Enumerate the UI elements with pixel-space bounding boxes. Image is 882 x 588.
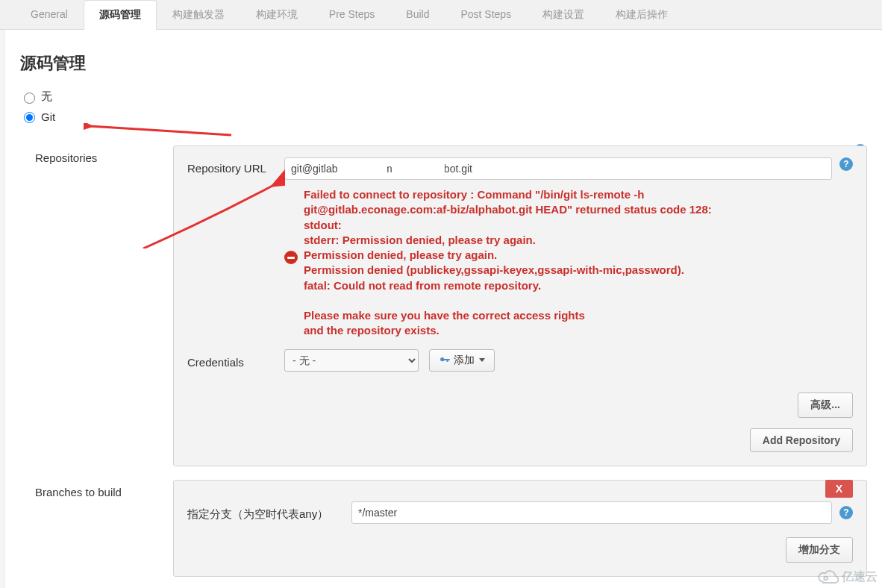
- scm-option-git[interactable]: Git: [20, 110, 867, 123]
- radio-git[interactable]: [24, 112, 35, 123]
- add-credentials-label: 添加: [454, 354, 475, 367]
- tab-triggers[interactable]: 构建触发器: [157, 0, 240, 29]
- scm-section: 源码管理 无 Git Repositories ? Repository URL: [4, 30, 882, 588]
- chevron-down-icon: [479, 358, 485, 362]
- help-icon[interactable]: ?: [839, 506, 853, 519]
- tab-env[interactable]: 构建环境: [240, 0, 313, 29]
- tab-presteps[interactable]: Pre Steps: [313, 0, 390, 29]
- redaction-mask: [413, 161, 445, 178]
- repo-url-error: Failed to connect to repository : Comman…: [284, 187, 853, 339]
- radio-none[interactable]: [24, 93, 35, 104]
- credentials-label: Credentials: [187, 351, 284, 369]
- tab-poststeps[interactable]: Post Steps: [445, 0, 527, 29]
- credentials-row: Credentials - 无 - 添加: [187, 349, 853, 372]
- delete-branch-button[interactable]: X: [825, 480, 853, 498]
- branch-spec-label: 指定分支（为空时代表any）: [187, 503, 351, 522]
- branch-spec-input[interactable]: [351, 501, 832, 524]
- branches-block: Branches to build X 指定分支（为空时代表any） ? 增加分…: [20, 480, 867, 577]
- radio-git-label: Git: [41, 110, 55, 123]
- section-title: 源码管理: [20, 52, 867, 75]
- error-icon: [284, 251, 298, 264]
- key-icon: [439, 354, 451, 366]
- repositories-label: Repositories: [20, 146, 166, 466]
- tab-settings[interactable]: 构建设置: [527, 0, 600, 29]
- repo-url-label: Repository URL: [187, 157, 284, 175]
- repositories-block: Repositories ? Repository URL ?: [20, 146, 867, 466]
- tab-postactions[interactable]: 构建后操作: [600, 0, 684, 29]
- advanced-button[interactable]: 高级...: [798, 392, 853, 418]
- repo-url-error-text: Failed to connect to repository : Comman…: [304, 187, 712, 339]
- repo-url-row: Repository URL ?: [187, 157, 853, 180]
- help-icon[interactable]: ?: [839, 157, 853, 171]
- svg-line-0: [90, 126, 231, 135]
- redaction-mask: [343, 161, 387, 178]
- config-tabs: General 源码管理 构建触发器 构建环境 Pre Steps Build …: [0, 0, 882, 30]
- scm-option-none[interactable]: 无: [20, 90, 867, 104]
- tab-scm[interactable]: 源码管理: [84, 0, 157, 30]
- branch-spec-row: 指定分支（为空时代表any） ?: [187, 501, 853, 524]
- tab-general[interactable]: General: [15, 0, 84, 29]
- radio-none-label: 无: [41, 90, 52, 104]
- add-branch-button[interactable]: 增加分支: [786, 537, 853, 563]
- add-credentials-button[interactable]: 添加: [429, 349, 495, 372]
- branches-label: Branches to build: [20, 480, 166, 577]
- branch-box: X 指定分支（为空时代表any） ? 增加分支: [173, 480, 867, 577]
- repository-box: Repository URL ? Failed to connect to re…: [173, 146, 867, 466]
- credentials-select[interactable]: - 无 -: [284, 349, 419, 372]
- add-repository-button[interactable]: Add Repository: [750, 428, 853, 452]
- tab-build[interactable]: Build: [390, 0, 445, 29]
- annotation-arrow-git: [84, 123, 233, 138]
